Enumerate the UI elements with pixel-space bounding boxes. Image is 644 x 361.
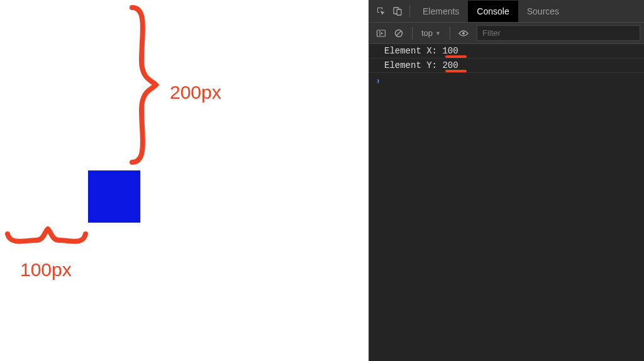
toggle-sidebar-icon[interactable] bbox=[373, 25, 389, 42]
log-value: 100 bbox=[442, 46, 458, 56]
console-prompt[interactable]: › bbox=[369, 73, 644, 89]
log-label: Element Y: bbox=[384, 60, 442, 70]
separator bbox=[450, 27, 450, 40]
tab-elements[interactable]: Elements bbox=[414, 1, 468, 22]
svg-point-4 bbox=[462, 32, 465, 35]
svg-rect-1 bbox=[397, 9, 401, 15]
separator bbox=[412, 27, 413, 40]
separator bbox=[409, 5, 410, 18]
context-label: top bbox=[421, 28, 433, 38]
tab-console[interactable]: Console bbox=[468, 1, 518, 22]
devtools-tabbar: Elements Console Sources bbox=[369, 0, 644, 23]
annotation-left-offset: 100px bbox=[20, 259, 72, 280]
annotation-underline-icon bbox=[445, 55, 467, 58]
rendered-page: 200px 100px bbox=[0, 0, 369, 361]
brace-horizontal-icon bbox=[4, 224, 89, 258]
filter-field-wrapper bbox=[477, 25, 640, 41]
tab-sources[interactable]: Sources bbox=[518, 1, 568, 22]
log-value: 200 bbox=[442, 60, 458, 70]
execution-context-selector[interactable]: top ▼ bbox=[418, 28, 445, 38]
clear-console-icon[interactable] bbox=[391, 25, 407, 42]
console-output[interactable]: Element X: 100 Element Y: 200 › bbox=[369, 44, 644, 361]
console-log-row: Element X: 100 bbox=[369, 44, 644, 58]
annotation-underline-icon bbox=[445, 70, 467, 72]
console-log-row: Element Y: 200 bbox=[369, 58, 644, 73]
live-expression-eye-icon[interactable] bbox=[455, 25, 472, 42]
devtools-panel: Elements Console Sources top ▼ Element X… bbox=[369, 0, 644, 361]
annotation-top-offset: 200px bbox=[170, 82, 221, 103]
device-toggle-icon[interactable] bbox=[389, 3, 406, 19]
console-toolbar: top ▼ bbox=[369, 23, 644, 44]
chevron-down-icon: ▼ bbox=[435, 30, 441, 36]
inspect-element-icon[interactable] bbox=[373, 3, 389, 19]
filter-input[interactable] bbox=[477, 25, 640, 41]
log-label: Element X: bbox=[384, 46, 442, 56]
target-element-square bbox=[88, 170, 140, 223]
brace-vertical-icon bbox=[113, 4, 164, 166]
